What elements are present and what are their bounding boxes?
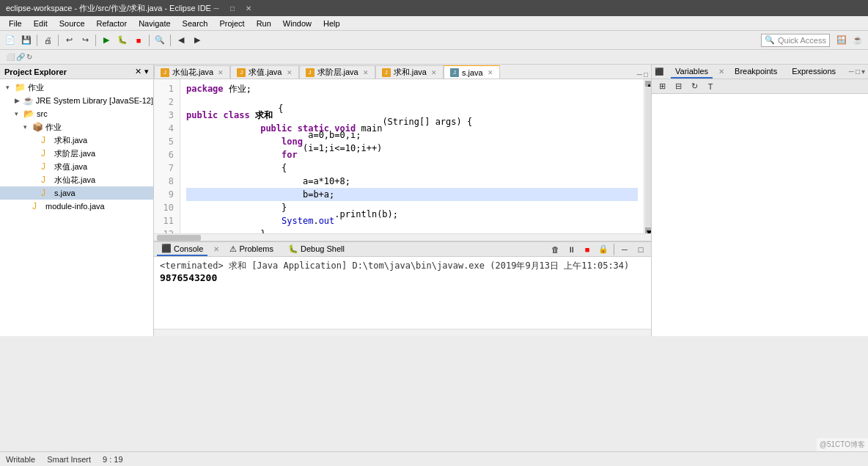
tab-shuixianhua[interactable]: J 水仙花.java ✕ xyxy=(154,65,230,79)
tree-file-s[interactable]: J s.java xyxy=(0,186,153,200)
statusbar: Writable Smart Insert 9 : 19 xyxy=(0,451,868,466)
project-explorer: Project Explorer ✕ ▾ ▾ 📁 作业 ▶ ☕ JRE Syst… xyxy=(0,65,154,336)
console-scroll-lock-button[interactable]: 🔒 xyxy=(596,242,611,257)
pe-toolbar-collapse[interactable]: ⬜ xyxy=(6,53,15,61)
right-panel: ⬛ Variables ✕ Breakpoints Expressions ─ … xyxy=(651,65,868,336)
console-clear-button[interactable]: 🗑 xyxy=(548,242,562,257)
expand-arrow: ▾ xyxy=(23,123,32,131)
tab-variables[interactable]: Variables xyxy=(671,65,713,79)
menu-search[interactable]: Search xyxy=(177,18,214,29)
stop-button[interactable]: ■ xyxy=(131,33,146,48)
tree-src[interactable]: ▾ 📂 src xyxy=(0,107,153,120)
quick-access-bar[interactable]: 🔍 Quick Access xyxy=(761,34,830,47)
rp-min-button[interactable]: ─ xyxy=(849,68,854,76)
menu-help[interactable]: Help xyxy=(317,18,346,29)
prev-button[interactable]: ◀ xyxy=(174,33,188,48)
tab-qiujiecheng[interactable]: J 求阶层.java ✕ xyxy=(299,65,375,79)
tree-file-qiuhe[interactable]: J 求和.java xyxy=(0,134,153,147)
tab-close-icon[interactable]: ✕ xyxy=(363,69,369,76)
menu-project[interactable]: Project xyxy=(213,18,250,29)
undo-button[interactable]: ↩ xyxy=(62,33,76,48)
menubar: File Edit Source Refactor Navigate Searc… xyxy=(0,16,868,31)
menu-refactor[interactable]: Refactor xyxy=(91,18,133,29)
rp-menu-button[interactable]: ▾ xyxy=(861,68,865,76)
scroll-down-button[interactable]: ▼ xyxy=(645,227,651,233)
tree-file-shuixianhua[interactable]: J 水仙花.java xyxy=(0,173,153,186)
code-editor[interactable]: package 作业; public class 求和 { public sta… xyxy=(180,79,644,233)
separator-3 xyxy=(95,34,96,46)
expand-arrow: ▾ xyxy=(15,110,23,117)
pe-menu-icon[interactable]: ▾ xyxy=(144,67,149,76)
tab-problems[interactable]: ⚠ Problems xyxy=(225,242,278,256)
java-icon: J xyxy=(237,68,246,77)
minimize-button[interactable]: ─ xyxy=(211,3,221,13)
editor-content[interactable]: 1 2 3 4 5 6 7 8 9 10 11 12 13 14 package… xyxy=(154,79,651,233)
tab-close-icon[interactable]: ✕ xyxy=(218,69,224,76)
console-collapse-button[interactable]: ─ xyxy=(617,242,632,257)
menu-window[interactable]: Window xyxy=(277,18,317,29)
pe-close-icon[interactable]: ✕ xyxy=(135,67,141,76)
save-button[interactable]: 💾 xyxy=(19,33,34,48)
run-button[interactable]: ▶ xyxy=(99,33,114,48)
tree-jre[interactable]: ▶ ☕ JRE System Library [JavaSE-12] xyxy=(0,94,153,107)
tab-close-icon[interactable]: ✕ xyxy=(488,69,493,76)
console-area: ⬛ Console ✕ ⚠ Problems 🐛 Debug Shell 🗑 ⏸… xyxy=(154,241,651,336)
tab-s-java[interactable]: J s.java ✕ xyxy=(444,65,500,79)
rp-expand-all[interactable]: ⊟ xyxy=(671,79,685,94)
console-terminated-text: <terminated> 求和 [Java Application] D:\to… xyxy=(160,260,645,272)
tree-package[interactable]: ▾ 📦 作业 xyxy=(0,120,153,134)
tab-qiuhe[interactable]: J 求和.java ✕ xyxy=(375,65,444,79)
hscroll-thumb[interactable] xyxy=(157,235,201,241)
scroll-up-button[interactable]: ▲ xyxy=(645,81,651,87)
tab-debug-shell[interactable]: 🐛 Debug Shell xyxy=(284,242,349,256)
quick-access-label: Quick Access xyxy=(778,36,826,45)
rp-collapse-all[interactable]: ⊞ xyxy=(655,79,669,94)
expand-arrow: ▶ xyxy=(15,97,23,104)
maximize-button[interactable]: □ xyxy=(227,3,238,13)
tab-expressions[interactable]: Expressions xyxy=(787,65,840,79)
tab-close-icon[interactable]: ✕ xyxy=(431,69,437,76)
rp-show-type[interactable]: T xyxy=(703,79,718,94)
next-button[interactable]: ▶ xyxy=(190,33,205,48)
tab-console[interactable]: ⬛ Console xyxy=(157,242,207,256)
close-button[interactable]: ✕ xyxy=(243,3,254,13)
print-button[interactable]: 🖨 xyxy=(40,33,55,48)
debug-button[interactable]: 🐛 xyxy=(115,33,130,48)
console-terminate-button[interactable]: ■ xyxy=(580,242,595,257)
console-max-button[interactable]: □ xyxy=(633,242,648,257)
menu-file[interactable]: File xyxy=(3,18,28,29)
java-perspective-icon[interactable]: ☕ xyxy=(850,33,865,48)
pe-header: Project Explorer ✕ ▾ xyxy=(0,65,153,79)
editor-max-button[interactable]: □ xyxy=(644,70,648,79)
search-button[interactable]: 🔍 xyxy=(152,33,167,48)
menu-source[interactable]: Source xyxy=(54,18,91,29)
console-pause-button[interactable]: ⏸ xyxy=(564,242,578,257)
redo-button[interactable]: ↪ xyxy=(78,33,92,48)
pe-toolbar-link[interactable]: 🔗 xyxy=(16,53,25,61)
editor-tabs: J 水仙花.java ✕ J 求值.java ✕ J 求阶层.java ✕ J … xyxy=(154,65,651,79)
tree-file-qiujiecheng[interactable]: J 求阶层.java xyxy=(0,147,153,160)
watermark: @51CTO博客 xyxy=(817,438,868,451)
tab-close-icon[interactable]: ✕ xyxy=(287,69,293,76)
scroll-track[interactable] xyxy=(645,87,651,227)
tab-qiuzhi[interactable]: J 求值.java ✕ xyxy=(230,65,298,79)
rp-max-button[interactable]: □ xyxy=(856,68,860,76)
tab-label: s.java xyxy=(462,68,483,77)
menu-run[interactable]: Run xyxy=(251,18,277,29)
console-hscroll[interactable] xyxy=(154,329,651,336)
rp-refresh[interactable]: ↻ xyxy=(687,79,702,94)
tab-breakpoints[interactable]: Breakpoints xyxy=(730,65,781,79)
new-button[interactable]: 📄 xyxy=(3,33,18,48)
editor-min-button[interactable]: ─ xyxy=(637,70,642,79)
vertical-scrollbar[interactable]: ▲ ▼ xyxy=(644,79,651,233)
menu-navigate[interactable]: Navigate xyxy=(133,18,176,29)
editor-hscroll[interactable] xyxy=(154,233,651,241)
tree-file-module[interactable]: J module-info.java xyxy=(0,200,153,213)
tree-file-qiuzhi[interactable]: J 求值.java xyxy=(0,160,153,173)
console-toolbar: 🗑 ⏸ ■ 🔒 ─ □ xyxy=(548,242,648,257)
menu-edit[interactable]: Edit xyxy=(28,18,54,29)
open-perspective-button[interactable]: 🪟 xyxy=(834,33,849,48)
pe-toolbar-sync[interactable]: ↻ xyxy=(26,53,32,61)
tab-label: 求和.java xyxy=(394,67,427,78)
tree-root[interactable]: ▾ 📁 作业 xyxy=(0,81,153,94)
